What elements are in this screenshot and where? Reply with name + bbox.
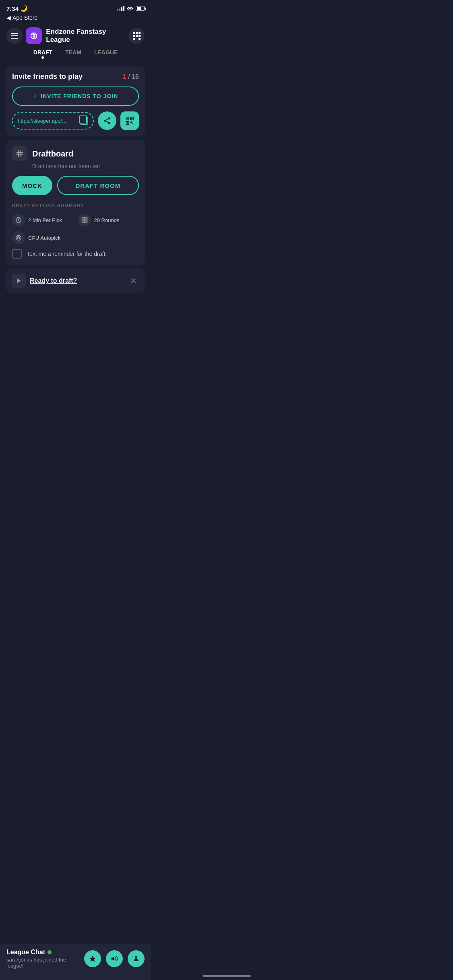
reminder-row: Text me a reminder for the draft. (12, 249, 139, 259)
reminder-label: Text me a reminder for the draft. (27, 251, 107, 257)
svg-rect-24 (82, 220, 84, 223)
back-navigation[interactable]: ◀ App Store (0, 14, 151, 24)
svg-marker-29 (17, 278, 21, 283)
tab-league[interactable]: LEAGUE (94, 49, 118, 58)
close-button[interactable]: ✕ (128, 275, 139, 286)
invite-friends-button[interactable]: + INVITE FRIENDS TO JOIN (12, 86, 139, 106)
wifi-icon (127, 6, 133, 12)
share-icon (103, 117, 111, 125)
invite-card: Invite friends to play 1 / 16 + INVITE F… (6, 66, 145, 136)
draftboard-header: Draftboard (12, 146, 139, 161)
svg-point-2 (104, 120, 106, 122)
mock-button[interactable]: MOCK (12, 176, 52, 195)
tab-draft[interactable]: DRAFT (33, 49, 52, 58)
tab-team[interactable]: TEAM (65, 49, 81, 58)
setting-item-autopick: CPU Autopick (12, 231, 139, 244)
rounds-icon (78, 214, 91, 226)
svg-rect-22 (82, 217, 84, 220)
svg-rect-7 (127, 118, 128, 119)
svg-point-1 (108, 117, 110, 119)
svg-rect-25 (85, 220, 87, 223)
status-icons (117, 6, 145, 12)
invite-title: Invite friends to play (12, 72, 83, 81)
signal-icon (117, 6, 124, 11)
ready-to-draft-banner: Ready to draft? ✕ (6, 268, 145, 293)
battery-icon (136, 6, 145, 11)
svg-rect-16 (132, 123, 133, 124)
banner-left: Ready to draft? (12, 274, 77, 288)
qr-icon (125, 116, 134, 126)
svg-point-28 (18, 236, 19, 237)
setting-item-timer: 2 Min Per Pick (12, 214, 73, 226)
moon-icon: 🌙 (20, 5, 28, 12)
draft-summary-title: DRAFT SETTING SUMMARY (12, 203, 139, 208)
reminder-checkbox[interactable] (12, 249, 22, 259)
invite-link-box[interactable]: https://sleeper.app/... (12, 112, 94, 130)
svg-rect-12 (130, 121, 132, 123)
setting-label-rounds: 20 Rounds (94, 217, 120, 223)
svg-point-0 (31, 33, 37, 39)
qr-code-button[interactable] (120, 111, 139, 130)
svg-line-5 (106, 119, 108, 120)
search-grid-button[interactable] (128, 28, 145, 44)
svg-rect-9 (131, 118, 132, 119)
draft-settings: 2 Min Per Pick 20 Rounds (12, 214, 139, 244)
play-icon (12, 274, 26, 288)
svg-rect-14 (130, 124, 131, 124)
header-center: Endzone Fanstasy League (23, 27, 128, 44)
setting-item-rounds: 20 Rounds (78, 214, 139, 226)
draft-room-button[interactable]: DRAFT ROOM (57, 176, 139, 195)
league-name: Endzone Fanstasy League (46, 28, 128, 44)
timer-icon (12, 214, 25, 226)
invite-count-current: 1 (123, 73, 126, 80)
hamburger-line-2 (11, 35, 18, 36)
draftboard-icon (12, 146, 27, 161)
league-icon (26, 27, 42, 44)
plus-icon: + (33, 92, 38, 101)
svg-rect-11 (127, 122, 128, 124)
hamburger-line-3 (11, 38, 18, 39)
draftboard-title: Draftboard (32, 149, 73, 159)
invite-button-label: INVITE FRIENDS TO JOIN (41, 93, 118, 99)
status-bar: 7:34 🌙 (0, 0, 151, 14)
grid-hash-icon (15, 149, 24, 158)
hamburger-line-1 (11, 33, 18, 34)
autopick-icon (12, 231, 25, 244)
draft-buttons: MOCK DRAFT ROOM (12, 176, 139, 195)
app-header: Endzone Fanstasy League (0, 24, 151, 46)
svg-rect-15 (132, 123, 132, 124)
share-button[interactable] (98, 111, 116, 130)
svg-rect-13 (132, 121, 133, 122)
nav-tabs: DRAFT TEAM LEAGUE (0, 46, 151, 63)
invite-count-total: 16 (132, 73, 139, 80)
svg-point-3 (108, 122, 110, 124)
draftboard-card: Draftboard Draft time has not been set M… (6, 140, 145, 265)
setting-label-timer: 2 Min Per Pick (28, 217, 62, 223)
setting-label-autopick: CPU Autopick (28, 235, 60, 241)
menu-button[interactable] (6, 28, 23, 44)
grid-icon (133, 32, 141, 40)
invite-header: Invite friends to play 1 / 16 (12, 72, 139, 81)
back-arrow: ◀ (6, 14, 11, 21)
invite-count-separator: / (128, 73, 132, 80)
invite-link-text: https://sleeper.app/... (18, 118, 66, 124)
back-label: App Store (12, 14, 37, 21)
banner-title: Ready to draft? (30, 277, 77, 284)
invite-count: 1 / 16 (123, 73, 139, 80)
link-row: https://sleeper.app/... (12, 111, 139, 130)
svg-line-4 (106, 121, 108, 122)
draft-subtitle: Draft time has not been set (32, 163, 139, 169)
time: 7:34 (6, 5, 19, 12)
svg-rect-23 (85, 217, 87, 220)
copy-icon (80, 117, 88, 125)
